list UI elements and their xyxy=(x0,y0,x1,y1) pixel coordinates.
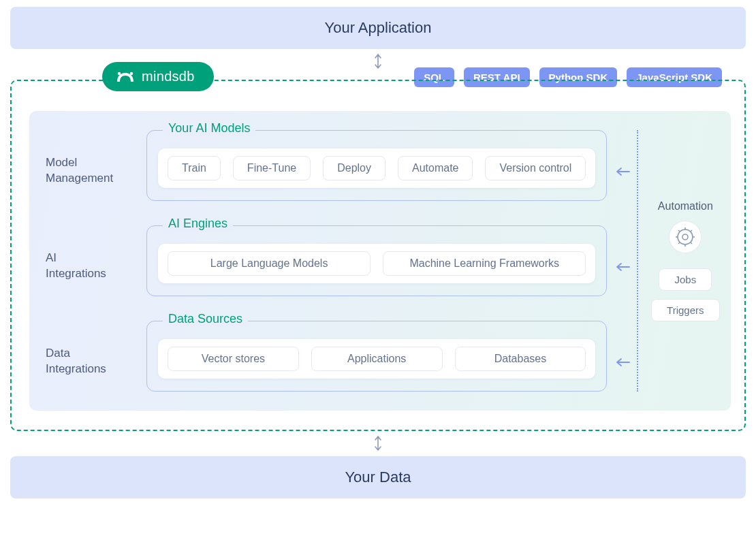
chip-deploy: Deploy xyxy=(323,156,385,180)
fieldset-title-your-ai-models: Your AI Models xyxy=(163,121,255,136)
section-label-data-integrations: Data Integrations xyxy=(36,335,138,377)
automation-title: Automation xyxy=(658,200,713,212)
bear-icon xyxy=(116,71,135,83)
chip-bar-engines: Large Language Models Machine Learning F… xyxy=(158,244,595,283)
chip-bar-models: Train Fine-Tune Deploy Automate Version … xyxy=(158,148,595,188)
inner-panel: Model Management Your AI Models Train Fi… xyxy=(29,111,731,411)
chip-triggers: Triggers xyxy=(651,299,719,321)
automation-gear-icon xyxy=(669,221,702,253)
svg-point-3 xyxy=(682,234,688,240)
chip-train: Train xyxy=(168,156,221,180)
fieldset-title-data-sources: Data Sources xyxy=(163,312,248,326)
automation-column: Automation Jobs Triggers xyxy=(637,130,732,392)
mindsdb-logo-text: mindsdb xyxy=(142,69,195,84)
chip-fine-tune: Fine-Tune xyxy=(233,156,311,180)
your-data-bar: Your Data xyxy=(10,456,746,498)
section-data-integrations: Data Integrations Data Sources Vector st… xyxy=(36,321,631,392)
chip-applications: Applications xyxy=(311,347,443,371)
chip-automate: Automate xyxy=(398,156,473,180)
mindsdb-container: Model Management Your AI Models Train Fi… xyxy=(10,80,746,431)
chip-version-control: Version control xyxy=(485,156,586,180)
your-application-bar: Your Application xyxy=(10,7,746,49)
bidirectional-arrow-bottom xyxy=(10,431,746,456)
chip-jobs: Jobs xyxy=(659,268,712,291)
chip-ml-frameworks: Machine Learning Frameworks xyxy=(383,251,586,276)
section-label-ai-integrations: AI Integrations xyxy=(36,240,138,282)
section-ai-integrations: AI Integrations AI Engines Large Languag… xyxy=(36,225,631,296)
mindsdb-logo: mindsdb xyxy=(102,62,214,91)
fieldset-title-ai-engines: AI Engines xyxy=(163,217,233,231)
svg-point-1 xyxy=(130,72,133,74)
fieldset-data-sources: Vector stores Applications Databases xyxy=(146,321,607,392)
chip-llm: Large Language Models xyxy=(168,251,371,276)
svg-point-0 xyxy=(118,72,121,74)
section-label-model-management: Model Management xyxy=(36,144,138,187)
chip-bar-data: Vector stores Applications Databases xyxy=(158,339,595,379)
chip-databases: Databases xyxy=(455,347,586,371)
arrow-left-icon xyxy=(615,345,631,368)
fieldset-your-ai-models: Train Fine-Tune Deploy Automate Version … xyxy=(146,130,607,201)
arrow-left-icon xyxy=(615,249,631,272)
fieldset-ai-engines: Large Language Models Machine Learning F… xyxy=(146,225,607,296)
svg-point-2 xyxy=(678,229,693,244)
section-model-management: Model Management Your AI Models Train Fi… xyxy=(36,130,631,201)
arrow-left-icon xyxy=(615,154,631,177)
chip-vector-stores: Vector stores xyxy=(168,347,299,371)
